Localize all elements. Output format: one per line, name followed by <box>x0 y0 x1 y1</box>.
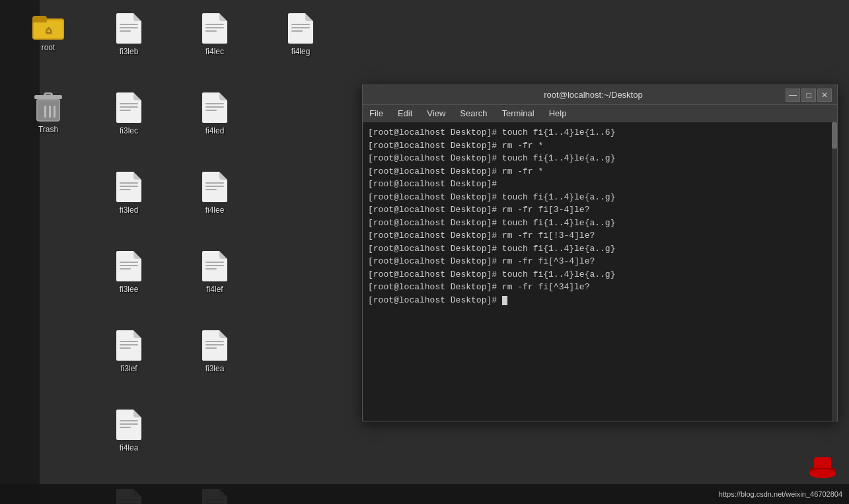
terminal-title: root@localhost:~/Desktop <box>401 90 786 100</box>
file-icon-fi3lec <box>116 92 141 123</box>
icon-label-fi4led: fi4led <box>205 126 225 135</box>
menu-file[interactable]: File <box>367 107 386 120</box>
desktop-icon-fi4lea[interactable]: fi4lea <box>86 403 172 482</box>
terminal-line: [root@localhost Desktop]# <box>368 294 832 307</box>
icon-label-fi4leg: fi4leg <box>291 47 311 56</box>
desktop-icon-root[interactable]: ⌂ root <box>0 7 86 86</box>
desktop-icon-fi4lec[interactable]: fi4lec <box>172 7 258 86</box>
home-glyph: ⌂ <box>45 24 52 36</box>
file-icon-fi4leg <box>288 13 313 44</box>
minimize-button[interactable]: — <box>786 89 800 102</box>
menu-help[interactable]: Help <box>546 107 570 120</box>
terminal-line: [root@localhost Desktop]# touch fi{1..4}… <box>368 268 832 281</box>
terminal-scrollbar[interactable] <box>832 122 837 421</box>
taskbar: https://blog.csdn.net/weixin_46702804 <box>0 484 849 504</box>
folder-icon: ⌂ <box>32 13 64 40</box>
terminal-line: [root@localhost Desktop]# touch fi{1..4}… <box>368 191 832 204</box>
icon-label-fi3lef: fi3lef <box>120 364 137 373</box>
icon-label-fi4lec: fi4lec <box>205 47 224 56</box>
desktop-icon-fi3lee[interactable]: fi3lee <box>86 244 172 324</box>
file-icon-fi4lec <box>202 13 227 44</box>
desktop-icon-fi4lef[interactable]: fi4lef <box>172 244 258 324</box>
icon-label-fi3lea: fi3lea <box>205 364 225 373</box>
redhat-logo <box>809 454 836 481</box>
file-icon-fi3lee <box>116 251 141 281</box>
icon-label-fi4lea: fi4lea <box>120 443 139 452</box>
terminal-line: [root@localhost Desktop]# <box>368 178 832 191</box>
terminal-line: [root@localhost Desktop]# touch fi{1..4}… <box>368 152 832 165</box>
file-icon-fi4led <box>202 92 227 123</box>
terminal-window: root@localhost:~/Desktop — □ ✕ File Edit… <box>362 85 838 421</box>
file-icon-fi3lea <box>202 330 227 361</box>
terminal-line: [root@localhost Desktop]# rm -fr * <box>368 139 832 153</box>
close-button[interactable]: ✕ <box>817 89 832 102</box>
menu-view[interactable]: View <box>424 107 448 120</box>
maximize-button[interactable]: □ <box>801 89 816 102</box>
desktop-icons: ⌂ root fi3leb <box>0 0 350 504</box>
terminal-line: [root@localhost Desktop]# rm -fr fi[^34]… <box>368 281 832 294</box>
terminal-line: [root@localhost Desktop]# rm -fr * <box>368 165 832 178</box>
desktop-icon-fi3lef[interactable]: fi3lef <box>86 324 172 403</box>
desktop-icon-trash[interactable]: Trash <box>0 86 86 165</box>
desktop-icon-fi3leb[interactable]: fi3leb <box>86 7 172 86</box>
terminal-titlebar: root@localhost:~/Desktop — □ ✕ <box>363 85 837 105</box>
icon-label-fi4lee: fi4lee <box>205 205 225 215</box>
icon-label-trash: Trash <box>38 125 58 134</box>
file-icon-fi3led <box>116 172 141 202</box>
terminal-line: [root@localhost Desktop]# touch fi{1..4}… <box>368 217 832 230</box>
icon-label-fi3lee: fi3lee <box>120 285 139 294</box>
desktop: ⌂ root fi3leb <box>0 0 849 504</box>
icon-label-fi3lec: fi3lec <box>120 126 138 135</box>
file-icon-fi4lee <box>202 172 227 202</box>
icon-label-fi3leb: fi3leb <box>120 47 139 56</box>
desktop-icon-fi4lee[interactable]: fi4lee <box>172 165 258 244</box>
menu-edit[interactable]: Edit <box>395 107 415 120</box>
terminal-scrollbar-thumb <box>832 122 837 149</box>
terminal-line: [root@localhost Desktop]# rm -fr fi[^3-4… <box>368 255 832 268</box>
terminal-line: [root@localhost Desktop]# rm -fr fi[3-4]… <box>368 203 832 217</box>
menu-terminal[interactable]: Terminal <box>499 107 537 120</box>
file-icon-fi3leb <box>116 13 141 44</box>
desktop-icon-fi4leg[interactable]: fi4leg <box>258 7 344 86</box>
terminal-content[interactable]: [root@localhost Desktop]# touch fi{1..4}… <box>363 122 837 421</box>
icon-label-fi3led: fi3led <box>120 205 139 215</box>
desktop-icon-fi3led[interactable]: fi3led <box>86 165 172 244</box>
desktop-icon-fi3lec[interactable]: fi3lec <box>86 86 172 165</box>
terminal-line: [root@localhost Desktop]# rm -fr fi[!3-4… <box>368 229 832 242</box>
desktop-icon-fi3lea[interactable]: fi3lea <box>172 324 258 403</box>
file-icon-fi4lea <box>116 410 141 440</box>
terminal-controls: — □ ✕ <box>786 89 832 102</box>
file-icon-fi4lef <box>202 251 227 281</box>
terminal-line: [root@localhost Desktop]# touch fi{1..4}… <box>368 242 832 256</box>
terminal-line: [root@localhost Desktop]# touch fi{1..4}… <box>368 126 832 139</box>
trash-icon <box>34 92 62 122</box>
icon-label-root: root <box>42 43 55 52</box>
menu-search[interactable]: Search <box>457 107 490 120</box>
taskbar-url: https://blog.csdn.net/weixin_46702804 <box>719 490 842 498</box>
desktop-icon-fi4led[interactable]: fi4led <box>172 86 258 165</box>
terminal-cursor <box>502 296 507 305</box>
terminal-menubar: File Edit View Search Terminal Help <box>363 105 837 122</box>
icon-label-fi4lef: fi4lef <box>206 285 223 294</box>
file-icon-fi3lef <box>116 330 141 361</box>
hat-brim <box>809 469 836 478</box>
